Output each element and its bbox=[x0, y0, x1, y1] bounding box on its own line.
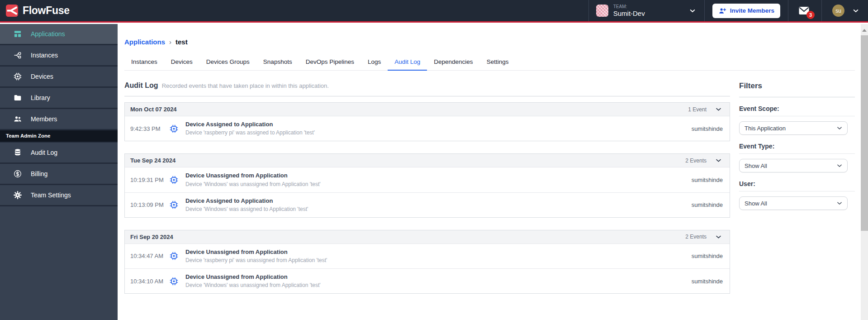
event-user: sumitshinde bbox=[692, 125, 724, 132]
breadcrumb: Applications › test bbox=[124, 38, 855, 46]
event-time: 10:19:31 PM bbox=[130, 177, 169, 183]
flowfuse-logo[interactable]: FlowFuse bbox=[0, 5, 70, 17]
page-subtitle: Recorded events that have taken place in… bbox=[162, 82, 329, 89]
breadcrumb-applications-link[interactable]: Applications bbox=[124, 38, 165, 46]
filter-label: User: bbox=[739, 180, 855, 191]
sidebar-item-team-settings[interactable]: Team Settings bbox=[0, 185, 118, 206]
device-chip-icon bbox=[169, 251, 179, 261]
sidebar-item-members[interactable]: Members bbox=[0, 109, 118, 130]
filter-field: Event Scope: This Application bbox=[739, 105, 855, 135]
audit-log-section: Audit Log Recorded events that have take… bbox=[124, 71, 730, 306]
user-plus-icon bbox=[718, 7, 726, 15]
audit-event-row[interactable]: 9:42:33 PM Device Assigned to Applicatio… bbox=[125, 116, 730, 141]
chevron-down-icon bbox=[852, 7, 859, 14]
billing-icon bbox=[13, 169, 22, 178]
devices-icon bbox=[13, 72, 22, 81]
event-time: 10:34:10 AM bbox=[130, 278, 169, 285]
event-title: Device Assigned to Application bbox=[185, 121, 692, 128]
notifications-button[interactable]: 3 bbox=[788, 0, 821, 21]
sidebar-item-audit-log[interactable]: Audit Log bbox=[0, 143, 118, 164]
device-chip-icon bbox=[169, 200, 179, 210]
main-content: Applications › test Instances Devices De… bbox=[118, 24, 861, 320]
sidebar-item-applications[interactable]: Applications bbox=[0, 24, 118, 45]
members-icon bbox=[13, 115, 22, 124]
sidebar-item-label: Applications bbox=[31, 30, 65, 38]
audit-event-row[interactable]: 10:13:09 PM Device Assigned to Applicati… bbox=[125, 192, 730, 217]
sidebar-item-label: Billing bbox=[31, 170, 47, 177]
audit-event-row[interactable]: 10:34:47 AM Device Unassigned from Appli… bbox=[125, 244, 730, 268]
sidebar-item-library[interactable]: Library bbox=[0, 88, 118, 109]
event-description: Device 'raspberry pi' was assigned to Ap… bbox=[185, 129, 692, 136]
sidebar: Applications Instances Devices Library M… bbox=[0, 24, 118, 320]
chevron-down-icon bbox=[836, 125, 843, 131]
tab[interactable]: Snapshots bbox=[256, 55, 299, 71]
tab[interactable]: Devices Groups bbox=[199, 55, 256, 71]
tab[interactable]: Devices bbox=[164, 55, 199, 71]
flowfuse-logo-icon bbox=[6, 5, 18, 17]
chevron-down-icon bbox=[836, 162, 843, 169]
chevron-down-icon[interactable] bbox=[715, 106, 722, 113]
group-event-count: 2 Events bbox=[685, 234, 707, 240]
event-user: sumitshinde bbox=[692, 253, 724, 259]
invite-members-label: Invite Members bbox=[730, 7, 774, 14]
filters-title: Filters bbox=[739, 81, 855, 91]
user-menu[interactable]: su bbox=[821, 0, 868, 21]
invite-members-button[interactable]: Invite Members bbox=[712, 4, 780, 18]
filter-select[interactable]: Show All bbox=[739, 196, 848, 210]
event-group-header[interactable]: Mon Oct 07 2024 1 Event bbox=[125, 103, 730, 116]
user-avatar: su bbox=[832, 5, 844, 17]
sidebar-item-label: Library bbox=[31, 94, 50, 101]
tab[interactable]: Logs bbox=[361, 55, 388, 71]
sidebar-item-billing[interactable]: Billing bbox=[0, 164, 118, 185]
filter-select[interactable]: Show All bbox=[739, 159, 848, 172]
group-event-count: 1 Event bbox=[688, 106, 707, 113]
device-chip-icon bbox=[169, 124, 179, 134]
filter-label: Event Type: bbox=[739, 143, 855, 154]
filter-select[interactable]: This Application bbox=[739, 121, 848, 135]
event-title: Device Unassigned from Application bbox=[185, 273, 692, 281]
chevron-down-icon[interactable] bbox=[715, 234, 722, 240]
tab[interactable]: DevOps Pipelines bbox=[299, 55, 361, 71]
event-description: Device 'Windows' was unassigned from App… bbox=[185, 282, 692, 289]
tab[interactable]: Audit Log bbox=[388, 55, 427, 71]
audit-event-row[interactable]: 10:34:10 AM Device Unassigned from Appli… bbox=[125, 268, 730, 293]
instances-icon bbox=[13, 51, 22, 60]
sidebar-item-label: Team Settings bbox=[31, 191, 71, 199]
settings-icon bbox=[13, 191, 22, 200]
chevron-down-icon bbox=[836, 200, 843, 206]
filter-label: Event Scope: bbox=[739, 105, 855, 116]
group-date: Fri Sep 20 2024 bbox=[130, 234, 173, 240]
breadcrumb-separator: › bbox=[169, 38, 171, 46]
applications-icon bbox=[13, 29, 22, 38]
event-group: Tue Sep 24 2024 2 Events 10:19:31 PM bbox=[124, 153, 730, 218]
audit-event-row[interactable]: 10:19:31 PM Device Unassigned from Appli… bbox=[125, 167, 730, 192]
event-group-header[interactable]: Fri Sep 20 2024 2 Events bbox=[125, 230, 730, 244]
sidebar-item-label: Members bbox=[31, 115, 57, 123]
scroll-up-arrow-icon[interactable] bbox=[862, 29, 867, 32]
event-user: sumitshinde bbox=[692, 201, 724, 208]
event-time: 9:42:33 PM bbox=[130, 125, 169, 132]
tab[interactable]: Settings bbox=[480, 55, 516, 71]
team-selector[interactable]: TEAM: Sumit-Dev bbox=[588, 0, 704, 21]
event-user: sumitshinde bbox=[692, 278, 724, 285]
sidebar-item-label: Instances bbox=[31, 52, 58, 59]
library-icon bbox=[13, 93, 22, 102]
chevron-down-icon[interactable] bbox=[715, 157, 722, 164]
filter-select-value: Show All bbox=[745, 200, 767, 207]
team-admin-zone-label: Team Admin Zone bbox=[0, 130, 118, 143]
event-group-header[interactable]: Tue Sep 24 2024 2 Events bbox=[125, 154, 730, 167]
top-navbar: FlowFuse TEAM: Sumit-Dev Invite Members bbox=[0, 0, 868, 23]
device-chip-icon bbox=[169, 277, 179, 286]
tab[interactable]: Dependencies bbox=[427, 55, 479, 71]
sidebar-item-devices[interactable]: Devices bbox=[0, 67, 118, 88]
scrollbar-thumb[interactable] bbox=[861, 35, 868, 231]
event-title: Device Unassigned from Application bbox=[185, 172, 692, 179]
filter-select-value: Show All bbox=[745, 162, 767, 169]
vertical-scrollbar[interactable] bbox=[861, 24, 868, 320]
tab[interactable]: Instances bbox=[124, 55, 164, 71]
event-time: 10:13:09 PM bbox=[130, 201, 169, 208]
event-group: Mon Oct 07 2024 1 Event 9:42:33 PM bbox=[124, 102, 730, 141]
filter-select-value: This Application bbox=[745, 125, 786, 132]
team-avatar bbox=[596, 5, 608, 17]
sidebar-item-instances[interactable]: Instances bbox=[0, 45, 118, 67]
